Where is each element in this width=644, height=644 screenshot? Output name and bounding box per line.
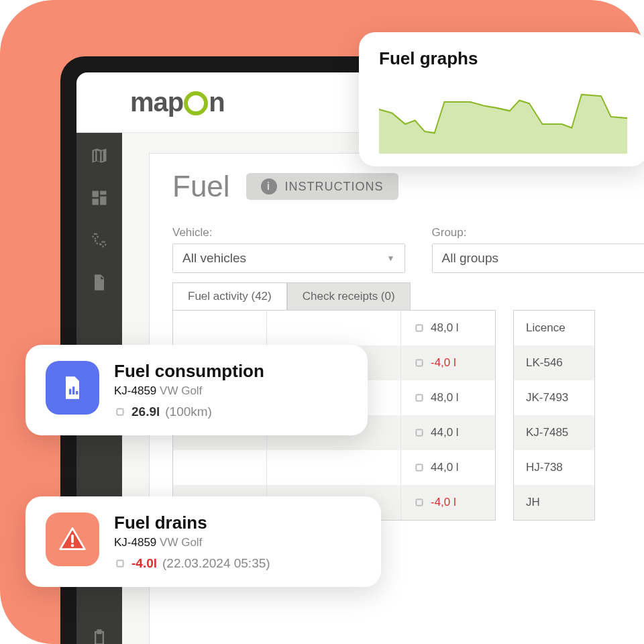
drains-title: Fuel drains (114, 513, 270, 533)
chip-icon (413, 392, 425, 404)
header-licence: Licence (514, 311, 594, 345)
document-icon[interactable] (90, 273, 109, 292)
cell-plate: LK-546 (514, 345, 594, 380)
table-row: LK-546 (514, 345, 594, 380)
svg-rect-5 (417, 500, 423, 506)
map-icon[interactable] (90, 146, 109, 165)
table-header: Licence (514, 311, 594, 345)
instructions-label: INSTRUCTIONS (285, 180, 384, 194)
cell-vol: -4,0 l (401, 345, 495, 380)
clipboard-icon[interactable] (90, 628, 109, 644)
tab-fuel-activity[interactable]: Fuel activity (42) (172, 282, 287, 311)
dashboard-icon[interactable] (90, 189, 109, 207)
chip-icon (413, 322, 425, 334)
svg-rect-6 (69, 389, 71, 394)
cell-vol: 48,0 l (401, 311, 495, 345)
table-row: 48,0 l (173, 311, 495, 345)
svg-rect-0 (417, 325, 423, 331)
svg-point-10 (71, 544, 74, 547)
chip-icon (114, 406, 126, 418)
cell-vol: -4,0 l (401, 485, 495, 520)
page-title: Fuel (172, 170, 230, 203)
cell-vol: 48,0 l (401, 380, 495, 415)
file-chart-icon (59, 374, 86, 401)
tab-check-receipts[interactable]: Check receipts (0) (287, 282, 411, 311)
chip-icon (413, 357, 425, 369)
chip-icon (114, 557, 126, 570)
table-row: JK-7493 (514, 380, 594, 415)
group-select[interactable]: All groups ▼ (432, 244, 645, 273)
drains-badge (46, 513, 99, 566)
drains-metric: -4.0l (22.03.2024 05:35) (114, 556, 270, 571)
routes-icon[interactable] (90, 231, 109, 250)
table-row: JH (514, 485, 594, 520)
licence-table: Licence LK-546 JK-7493 KJ-7485 HJ-738 JH (513, 310, 595, 521)
drains-vehicle: KJ-4859 VW Golf (114, 536, 270, 549)
svg-rect-4 (417, 465, 423, 471)
group-filter-label: Group: (432, 226, 645, 239)
svg-rect-2 (417, 395, 423, 401)
info-icon: i (261, 178, 277, 195)
svg-rect-8 (76, 391, 78, 394)
group-select-value: All groups (442, 251, 499, 266)
cell-plate: JH (514, 485, 594, 520)
logo-o-icon (184, 91, 208, 115)
fuel-consumption-card: Fuel consumption KJ-4859 VW Golf 26.9l (… (25, 345, 368, 435)
vehicle-select-value: All vehicles (182, 251, 246, 266)
alert-triangle-icon (58, 525, 87, 554)
svg-rect-1 (417, 360, 423, 366)
svg-rect-3 (417, 430, 423, 436)
cell-time (267, 450, 401, 485)
fuel-drains-card: Fuel drains KJ-4859 VW Golf -4.0l (22.03… (25, 496, 381, 587)
logo-text-prefix: map (130, 87, 183, 117)
instructions-button[interactable]: i INSTRUCTIONS (246, 173, 398, 200)
cell-plate: KJ-7485 (514, 415, 594, 450)
chip-icon (413, 462, 425, 474)
fuel-graphs-card: Fuel graphs (359, 32, 644, 166)
cell-plate: JK-7493 (514, 380, 594, 415)
cell-time (267, 311, 401, 345)
cell-vol: 44,0 l (401, 415, 495, 450)
table-row: HJ-738 (514, 450, 594, 485)
consumption-badge (46, 361, 99, 415)
svg-rect-9 (117, 409, 123, 415)
cell-plate (173, 311, 267, 345)
cell-plate: HJ-738 (514, 450, 594, 485)
fuel-graphs-title: Fuel graphs (379, 48, 627, 69)
table-row: 44,0 l (173, 450, 495, 485)
cell-vol: 44,0 l (401, 450, 495, 485)
chevron-down-icon: ▼ (387, 254, 395, 263)
table-row: KJ-7485 (514, 415, 594, 450)
consumption-vehicle: KJ-4859 VW Golf (114, 384, 264, 398)
vehicle-select[interactable]: All vehicles ▼ (172, 244, 405, 273)
logo: map n (130, 87, 225, 117)
svg-rect-11 (117, 561, 123, 567)
chip-icon (413, 496, 425, 508)
consumption-metric: 26.9l (100km) (114, 405, 264, 419)
cell-plate (173, 450, 267, 485)
logo-text-suffix: n (209, 87, 224, 117)
svg-rect-7 (72, 386, 74, 394)
fuel-graph (379, 80, 627, 154)
chip-icon (413, 427, 425, 439)
consumption-title: Fuel consumption (114, 361, 264, 382)
vehicle-filter-label: Vehicle: (172, 226, 405, 239)
